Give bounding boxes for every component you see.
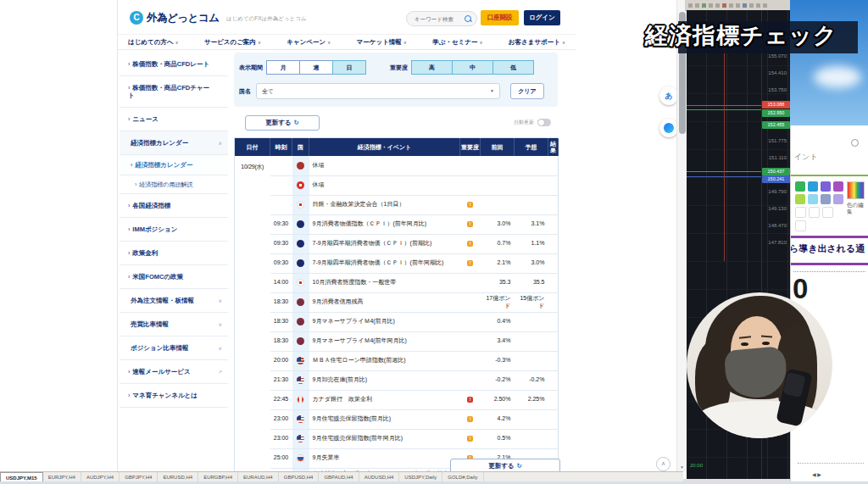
sidebar-item[interactable]: ›ニュース (120, 108, 228, 131)
result-cell (548, 331, 559, 351)
nav-item[interactable]: サービスのご案内∨ (204, 38, 261, 47)
event-cell[interactable]: 9月マネーサプライＭ4(前月比) (309, 312, 460, 331)
sidebar-item[interactable]: 売買比率情報 ∨ (120, 313, 228, 337)
sidebar-item[interactable]: ›各国経済指標 (120, 194, 228, 218)
keyword-search-input[interactable] (406, 11, 477, 26)
event-cell[interactable]: カナダ銀行 政策金利 (309, 390, 460, 409)
color-swatch[interactable] (795, 181, 805, 192)
event-cell[interactable]: 7-9月期四半期消費者物価（ＣＰＩ）(前年同期比) (309, 253, 460, 273)
table-row: 18:30 9月マネーサプライＭ4(前月比) 0.4% (235, 312, 559, 331)
country-flag-icon (297, 357, 304, 364)
event-cell[interactable]: 9月消費者信用残高 (309, 292, 460, 312)
event-cell[interactable]: ＭＢＡ住宅ローン申請指数(前週比) (309, 351, 460, 370)
event-cell[interactable]: 7-9月期四半期消費者物価（ＣＰＩ）(前期比) (309, 234, 460, 253)
country-select[interactable]: 全て ▼ (256, 83, 500, 99)
date-cell (235, 195, 270, 214)
result-cell (548, 273, 559, 292)
nav-item[interactable]: はじめての方へ∨ (128, 38, 179, 47)
sidebar-item[interactable]: ›経済指標カレンダー (120, 155, 228, 175)
importance-option-button[interactable]: 中 (452, 60, 493, 75)
event-cell[interactable]: 9月マネーサプライＭ4(前年同月比) (309, 331, 460, 351)
result-cell (548, 370, 559, 390)
country-cell (292, 370, 309, 390)
color-swatch[interactable] (833, 194, 843, 204)
sidebar-item[interactable]: ›経済指標の用語解説 (120, 175, 228, 194)
nav-item[interactable]: キャンペーン∨ (287, 38, 331, 47)
nav-item[interactable]: 学ぶ・セミナー∨ (432, 38, 482, 47)
search-input[interactable] (413, 13, 465, 25)
period-option-button[interactable]: 週 (299, 60, 333, 75)
sidebar-item[interactable]: 経済指標カレンダー ∧ (120, 131, 228, 155)
sidebar-item[interactable]: ›米国FOMCの政策 (120, 265, 228, 289)
sidebar-item[interactable]: ›速報メールサービス ↗ (120, 360, 228, 384)
time-cell (270, 156, 292, 175)
importance-option-button[interactable]: 高 (411, 60, 453, 75)
period-option-button[interactable]: 日 (332, 60, 366, 75)
table-row: 23:00 9月住宅販売保留指数(前年同月比) 0.5% (235, 429, 559, 448)
event-cell[interactable]: 休場 (309, 156, 460, 175)
event-cell[interactable]: 9月住宅販売保留指数(前月比) (309, 409, 460, 429)
browser-assistant-float-button[interactable] (659, 119, 678, 137)
event-cell[interactable]: 9月失業率 (309, 448, 460, 468)
slide-banner: ら導き出される通 (791, 236, 868, 265)
time-cell (270, 175, 292, 195)
auto-update-toggle[interactable] (537, 119, 551, 126)
event-cell[interactable]: 日銀・金融政策決定会合（1日目） (309, 195, 460, 214)
refresh-button[interactable]: 更新する↻ (245, 115, 320, 131)
date-cell (235, 448, 270, 468)
country-cell (292, 214, 309, 234)
sidebar-item[interactable]: ›株価指数・商品CFDレート (120, 53, 228, 76)
translate-float-button[interactable]: あ (659, 86, 678, 105)
sidebar-item[interactable]: ›政策金利 (120, 242, 228, 265)
clear-button[interactable]: クリア (510, 83, 544, 99)
color-swatch[interactable] (821, 194, 831, 204)
scrollbar-down-arrow[interactable]: ▼ (680, 465, 684, 470)
importance-option-button[interactable]: 低 (492, 60, 534, 75)
chevron-right-icon: › (135, 181, 136, 187)
event-cell[interactable]: 9月卸売在庫(前月比) (309, 370, 460, 390)
country-flag-icon (297, 318, 304, 325)
site-logo-text[interactable]: 外為どっとコム (147, 11, 219, 25)
color-swatch[interactable] (795, 194, 805, 204)
color-picker-button[interactable] (847, 181, 865, 199)
sidebar-item[interactable]: ポジション比率情報 ∨ (120, 337, 228, 360)
country-flag-icon (297, 298, 304, 306)
importance-icon (467, 436, 473, 442)
color-swatch-empty[interactable] (795, 220, 806, 231)
scroll-to-top-button[interactable]: ∧ (656, 457, 670, 471)
sidebar-item[interactable]: ›株価指数・商品CFDチャート (120, 76, 228, 108)
expand-chevron-icon: ∨ (219, 297, 222, 304)
event-cell[interactable]: 9月住宅販売保留指数(前年同月比) (309, 429, 460, 448)
event-cell[interactable]: 9月消費者物価指数（ＣＰＩ）(前年同月比) (309, 214, 460, 234)
chevron-down-icon: ∨ (327, 40, 331, 45)
forecast-cell: -0.2% (515, 370, 548, 390)
nav-item[interactable]: お客さまサポート∨ (509, 38, 565, 47)
price-tag-level: 150.241 (762, 175, 790, 183)
color-swatch-grid (795, 181, 844, 231)
sidebar-item[interactable]: 外為注文情報・板情報 ∨ (120, 289, 228, 313)
country-flag-icon (297, 201, 304, 209)
search-icon[interactable] (465, 15, 471, 22)
period-option-button[interactable]: 月 (266, 60, 300, 75)
nav-item[interactable]: マーケット情報∨ (357, 38, 407, 47)
color-swatch-empty[interactable] (795, 207, 806, 218)
event-cell[interactable]: 休場 (309, 175, 460, 195)
sidebar-item[interactable]: ›マネ育チャンネルとは (120, 384, 228, 408)
previous-cell: 2.1% (481, 253, 515, 273)
color-swatch[interactable] (808, 181, 818, 192)
forecast-cell: 2.25% (515, 390, 548, 409)
login-button[interactable]: ログイン (524, 10, 560, 25)
tab-scroll-arrows[interactable]: ◀ ▶ (812, 471, 821, 477)
event-cell[interactable]: 10月消費者態度指数・一般世帯 (309, 273, 460, 292)
color-swatch[interactable] (808, 194, 818, 204)
importance-cell (460, 175, 481, 195)
color-swatch-empty[interactable] (809, 207, 820, 218)
color-swatch-empty[interactable] (822, 207, 833, 218)
open-account-button[interactable]: 口座開設 (481, 10, 519, 25)
sidebar-item[interactable]: ›IMMポジション (120, 218, 228, 242)
accent-line (791, 175, 868, 176)
color-swatch[interactable] (833, 181, 843, 192)
color-swatch[interactable] (821, 181, 831, 192)
importance-icon (467, 241, 473, 247)
time-cell (270, 195, 292, 214)
